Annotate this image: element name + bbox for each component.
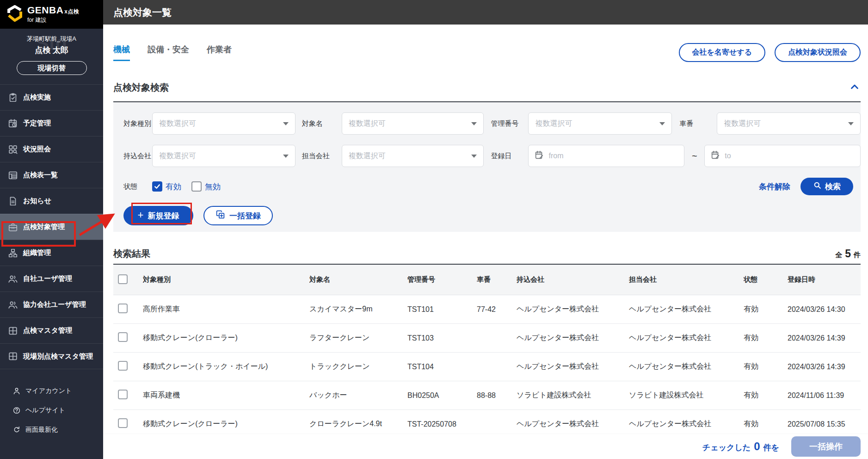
sidebar-item[interactable]: 予定管理	[0, 110, 103, 136]
column-header: 車番	[477, 275, 517, 284]
search-section-title: 点検対象検索	[113, 81, 169, 94]
cell-control-no: BH0250A	[407, 391, 477, 400]
sidebar-item[interactable]: 組織管理	[0, 240, 103, 266]
cell-bring-in: ヘルプセンター株式会社	[517, 304, 629, 314]
sidebar-item[interactable]: 点検対象管理	[0, 214, 103, 240]
caret-down-icon	[283, 155, 289, 158]
cell-type: 移動式クレーン(クローラー)	[143, 333, 309, 343]
toolbox-icon	[8, 222, 18, 232]
status-grid-icon	[8, 144, 18, 155]
cell-charge: ヘルプセンター株式会社	[629, 362, 744, 372]
control-number-label: 管理番号	[484, 112, 529, 135]
cell-control-no: TST-20250708	[407, 420, 477, 428]
target-name-select[interactable]: 複数選択可	[342, 112, 484, 135]
date-from-input[interactable]: from	[528, 145, 684, 167]
sidebar-item[interactable]: お知らせ	[0, 188, 103, 214]
sidebar-item[interactable]: 点検実施	[0, 84, 103, 110]
filter-row-status: 状態 有効 無効 条件解除	[113, 177, 861, 196]
page-header: 点検対象一覧	[103, 0, 868, 25]
row-checkbox[interactable]	[118, 361, 128, 371]
cell-name: バックホー	[309, 391, 407, 400]
row-checkbox[interactable]	[118, 390, 128, 399]
sidebar-footer-item[interactable]: マイアカウント	[0, 381, 103, 401]
grid-table-icon	[8, 351, 18, 361]
table-row[interactable]: 移動式クレーン(トラック・ホイール)トラッククレーンTST104ヘルプセンター株…	[113, 353, 861, 381]
cell-bring-in: ヘルプセンター株式会社	[517, 419, 629, 429]
cell-charge: ヘルプセンター株式会社	[629, 419, 744, 429]
target-type-select[interactable]: 複数選択可	[152, 112, 295, 135]
column-header: 対象名	[309, 275, 407, 284]
table-row[interactable]: 高所作業車スカイマスター9mTST10177-42ヘルプセンター株式会社ヘルプセ…	[113, 295, 861, 324]
caret-down-icon	[471, 155, 477, 158]
new-register-button[interactable]: + 新規登録	[123, 206, 193, 225]
bring-in-company-select[interactable]: 複数選択可	[152, 145, 295, 167]
plus-icon: +	[138, 210, 144, 220]
sidebar: GENBAx点検 for 建設 Stg 茅場町駅前_現場A 点検 太郎 現場切替…	[0, 0, 103, 459]
cell-control-no: TST101	[407, 305, 477, 314]
status-inactive-checkbox[interactable]: 無効	[191, 181, 221, 192]
row-checkbox[interactable]	[118, 332, 128, 342]
status-active-checkbox[interactable]: 有効	[152, 181, 181, 192]
tab-equipment-safety[interactable]: 設備・安全	[148, 44, 189, 61]
cell-vehicle-no: 77-42	[477, 305, 517, 314]
cell-control-no: TST103	[407, 334, 477, 342]
document-icon	[8, 196, 18, 206]
sidebar-footer-menu: マイアカウントヘルプサイト画面最新化	[0, 381, 103, 440]
search-button[interactable]: 検索	[800, 178, 853, 195]
cell-name: トラッククレーン	[309, 362, 407, 372]
cell-charge: ヘルプセンター株式会社	[629, 333, 744, 343]
date-to-input[interactable]: to	[704, 145, 861, 167]
person-icon	[12, 387, 21, 395]
vehicle-number-select[interactable]: 複数選択可	[717, 112, 861, 135]
table-row[interactable]: 車両系建機バックホーBH0250A88-88ソラビト建設株式会社ソラビト建設株式…	[113, 381, 861, 410]
merge-companies-button[interactable]: 会社を名寄せする	[679, 43, 766, 62]
sidebar-item[interactable]: 点検マスタ管理	[0, 317, 103, 343]
bulk-action-button[interactable]: 一括操作	[791, 436, 861, 457]
select-all-checkbox[interactable]	[118, 274, 128, 284]
column-header: 対象種別	[143, 275, 309, 284]
row-checkbox[interactable]	[118, 418, 128, 428]
cell-charge: ヘルプセンター株式会社	[629, 304, 744, 314]
cell-name: ラフタークレーン	[309, 333, 407, 343]
cell-name: クローラクレーン4.9t	[309, 419, 407, 429]
clear-conditions-link[interactable]: 条件解除	[759, 181, 790, 192]
cell-status: 有効	[744, 419, 788, 429]
row-checkbox[interactable]	[118, 304, 128, 313]
sidebar-item[interactable]: 自社ユーザ管理	[0, 266, 103, 292]
collapse-section-button[interactable]	[849, 82, 861, 94]
tab-worker[interactable]: 作業者	[207, 44, 232, 61]
sidebar-footer-item[interactable]: ヘルプサイト	[0, 401, 103, 420]
sidebar-item[interactable]: 協力会社ユーザ管理	[0, 292, 103, 317]
sidebar-item[interactable]: 現場別点検マスタ管理	[0, 343, 103, 369]
control-number-select[interactable]: 複数選択可	[528, 112, 672, 135]
bulk-register-button[interactable]: 一括登録	[203, 206, 273, 225]
org-chart-icon	[8, 248, 18, 258]
results-title: 検索結果	[113, 248, 150, 260]
status-label: 状態	[113, 175, 152, 198]
tabs: 機械 設備・安全 作業者	[113, 44, 232, 61]
status-inquiry-button[interactable]: 点検対象状況照会	[775, 43, 861, 62]
column-header: 管理番号	[407, 275, 477, 284]
registered-date-label: 登録日	[484, 145, 529, 167]
sidebar-item-label: 状況照会	[23, 145, 51, 154]
table-body: 高所作業車スカイマスター9mTST10177-42ヘルプセンター株式会社ヘルプセ…	[113, 295, 861, 439]
cell-charge: ソラビト建設株式会社	[629, 391, 744, 400]
sidebar-item-label: 点検実施	[23, 93, 51, 102]
calendar-edit-icon	[534, 150, 544, 162]
table-row[interactable]: 移動式クレーン(クローラー)ラフタークレーンTST103ヘルプセンター株式会社ヘ…	[113, 324, 861, 353]
charge-company-label: 担当会社	[295, 145, 342, 167]
results-section-header: 検索結果 全 5 件	[113, 248, 861, 260]
cell-type: 移動式クレーン(クローラー)	[143, 419, 309, 429]
sidebar-footer-item[interactable]: 画面最新化	[0, 420, 103, 440]
sidebar-item-label: 現場別点検マスタ管理	[23, 352, 93, 361]
caret-down-icon	[848, 122, 854, 125]
cell-status: 有効	[744, 362, 788, 372]
sidebar-item[interactable]: 点検表一覧	[0, 162, 103, 188]
switch-site-button[interactable]: 現場切替	[17, 61, 87, 75]
charge-company-select[interactable]: 複数選択可	[342, 145, 484, 167]
cell-registered: 2024/03/26 14:39	[788, 334, 861, 342]
sidebar-footer-item-label: マイアカウント	[25, 387, 72, 395]
tabs-row: 機械 設備・安全 作業者 会社を名寄せする 点検対象状況照会	[113, 43, 861, 62]
tab-machine[interactable]: 機械	[113, 44, 130, 61]
sidebar-item[interactable]: 状況照会	[0, 136, 103, 162]
